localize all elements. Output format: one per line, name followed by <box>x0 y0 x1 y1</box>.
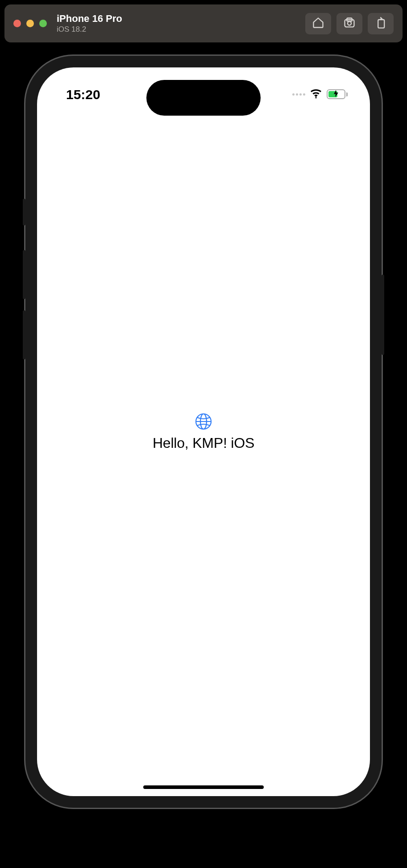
simulator-title-block: iPhone 16 Pro iOS 18.2 <box>57 13 122 34</box>
rotate-button[interactable] <box>368 13 394 34</box>
zoom-window-button[interactable] <box>39 20 47 27</box>
app-content: Hello, KMP! iOS <box>37 67 370 796</box>
svg-point-2 <box>348 21 351 25</box>
volume-up-button[interactable] <box>23 250 25 299</box>
simulator-os-version: iOS 18.2 <box>57 25 122 34</box>
rotate-icon <box>374 17 387 31</box>
device-frame: 15:20 <box>24 54 383 809</box>
minimize-window-button[interactable] <box>26 20 34 27</box>
simulator-toolbar: iPhone 16 Pro iOS 18.2 <box>4 4 403 42</box>
home-icon <box>312 17 324 31</box>
ringer-switch[interactable] <box>23 199 25 225</box>
device-screen: 15:20 <box>37 67 370 796</box>
close-window-button[interactable] <box>13 20 21 27</box>
power-button[interactable] <box>382 275 384 355</box>
simulator-device-name: iPhone 16 Pro <box>57 13 122 25</box>
simulator-actions <box>305 13 394 34</box>
home-indicator[interactable] <box>143 785 264 789</box>
volume-down-button[interactable] <box>23 310 25 359</box>
globe-icon <box>195 413 212 432</box>
greeting-text: Hello, KMP! iOS <box>153 435 254 451</box>
camera-icon <box>343 17 356 31</box>
svg-rect-3 <box>378 20 384 28</box>
home-button[interactable] <box>305 13 331 34</box>
screenshot-button[interactable] <box>336 13 362 34</box>
window-traffic-lights <box>13 20 47 27</box>
